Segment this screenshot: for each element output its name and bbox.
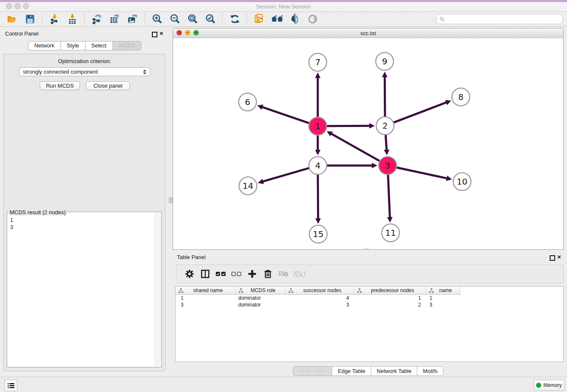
graph-node-10[interactable]: 10 [453,173,471,190]
tab-edge-table[interactable]: Edge Table [332,366,371,376]
zoom-selected-icon[interactable] [203,13,218,25]
table-cell: 3 [176,301,236,308]
table-cell: 1 [354,295,426,301]
graph-node-9[interactable]: 9 [376,52,394,70]
control-panel-tabs: NetworkStyleSelectMCDS [0,41,169,50]
show-column-panel-icon[interactable] [197,267,213,281]
search-box[interactable] [436,14,563,24]
table-panel-tabs: Node TableEdge TableNetwork TableMotifs [173,366,564,376]
criterion-select[interactable]: strongly connected component [19,67,150,76]
export-network-icon[interactable] [89,13,105,25]
table-row[interactable]: 3dominator323 [176,301,563,308]
network-window-title: scc.txt [173,30,563,36]
graph-edge-2-3[interactable] [385,135,386,150]
refresh-icon[interactable] [227,13,242,25]
zoom-fit-icon[interactable] [185,13,200,25]
table-cell: 2 [354,301,426,308]
tab-motifs[interactable]: Motifs [417,366,443,376]
table-settings-gear-icon[interactable] [182,267,197,281]
column-header-successor-nodes[interactable]: successor nodes [286,287,354,295]
delete-column-trash-icon[interactable] [260,267,275,281]
mcds-result-item[interactable]: 1 [10,216,154,224]
tab-network-table[interactable]: Network Table [371,366,417,376]
create-column-plus-icon[interactable] [244,267,260,281]
close-panel-icon[interactable]: × [160,31,163,36]
column-header-name[interactable]: name [426,287,460,295]
export-image-icon[interactable] [125,13,140,25]
graph-node-8[interactable]: 8 [452,88,470,106]
splitter-handle[interactable] [169,197,173,203]
svg-text:15: 15 [313,229,323,239]
svg-text:4: 4 [315,160,321,171]
toolbar-separator [144,13,145,25]
task-history-button[interactable] [5,380,17,391]
open-file-icon[interactable] [5,13,20,25]
control-panel-title: Control Panel [5,30,39,37]
graph-node-14[interactable]: 14 [239,177,257,195]
graph-edge-2-9[interactable] [385,77,385,117]
tab-network[interactable]: Network [28,41,61,50]
graph-node-2[interactable]: 2 [376,117,394,135]
column-header-predecessor-nodes[interactable]: predecessor nodes [354,287,426,295]
table-cell: 3 [286,301,354,308]
graph-edge-4-14[interactable] [263,168,309,182]
unselect-all-columns-icon[interactable] [228,267,244,281]
list-icon [8,383,14,389]
import-table-icon[interactable] [65,13,80,25]
memory-button[interactable]: Memory [534,380,564,391]
column-header-MCDS-role[interactable]: MCDS role [236,287,286,295]
float-panel-icon[interactable] [550,255,555,262]
table-row[interactable]: 1dominator411 [176,295,563,301]
graph-edge-4-15[interactable] [318,174,318,219]
splitter-handle[interactable] [364,248,369,250]
delete-table-icon[interactable] [275,267,291,281]
function-builder-icon[interactable]: f(x) [291,267,307,281]
table-cell: 3 [426,301,460,308]
table-panel-title: Table Panel [177,254,206,260]
memory-status-icon [536,383,541,388]
export-table-icon[interactable] [107,13,122,25]
table-cell: 4 [286,295,354,301]
float-panel-icon[interactable] [152,31,157,39]
eye-icon[interactable] [305,13,320,25]
graph-edge-3-1[interactable] [331,134,380,161]
close-panel-button[interactable]: Close panel [86,81,130,90]
graph-edge-3-10[interactable] [396,167,447,178]
mcds-result-item[interactable]: 3 [10,224,154,231]
graph-edge-3-11[interactable] [388,174,390,218]
import-network-icon[interactable] [47,13,62,25]
home-icon[interactable] [270,13,285,25]
zoom-in-icon[interactable] [149,13,165,25]
run-mcds-button[interactable]: Run MCDS [40,81,80,90]
search-input[interactable] [447,16,562,22]
svg-text:14: 14 [242,181,253,191]
tab-select[interactable]: Select [85,41,113,50]
tab-mcds[interactable]: MCDS [113,41,141,50]
toolbar-separator [84,13,85,25]
graph-edge-2-8[interactable] [394,102,447,123]
graph-node-6[interactable]: 6 [239,93,256,111]
column-header-shared-name[interactable]: shared name [176,287,236,295]
table-cell: dominator [236,295,286,301]
tab-node-table[interactable]: Node Table [293,366,333,376]
tab-style[interactable]: Style [61,41,85,50]
table-body: 1dominator4113dominator323 [176,295,563,308]
scrollbar[interactable] [155,213,161,367]
graph-node-3[interactable]: 3 [379,157,396,174]
network-overview-icon[interactable] [252,13,267,25]
optimization-criterion-label: Optimization criterion: [0,58,169,64]
graph-node-11[interactable]: 11 [382,224,399,242]
save-session-icon[interactable] [22,13,38,25]
select-all-columns-icon[interactable] [213,267,228,281]
graph-node-7[interactable]: 7 [309,53,327,71]
graph-node-15[interactable]: 15 [309,225,327,243]
network-graph-canvas[interactable]: 7968124314101511 [173,38,563,249]
mcds-result-list[interactable]: 13 [7,214,154,366]
visual-style-icon[interactable] [287,13,303,25]
graph-node-4[interactable]: 4 [309,157,327,174]
zoom-out-icon[interactable] [167,13,182,25]
graph-edge-1-6[interactable] [262,107,309,123]
close-panel-icon[interactable]: × [557,255,561,259]
graph-edge-1-2[interactable] [327,126,370,126]
graph-node-1[interactable]: 1 [309,117,327,135]
